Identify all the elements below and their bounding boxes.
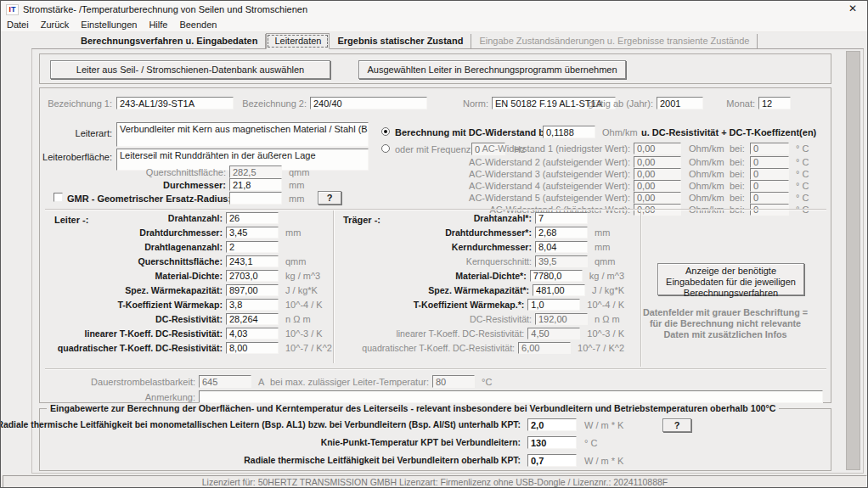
gueltig-ab-input[interactable] (657, 97, 703, 109)
leiter-row-label: Drahtanzahl: (47, 213, 223, 223)
traeger-row: Kernquerschnitt:qmm (335, 255, 624, 266)
leiter-row-input[interactable] (226, 212, 279, 224)
monat-input[interactable] (758, 97, 791, 109)
tab-transiente-zustaende[interactable]: Eingabe Zustandsänderungen u. Ergebnisse… (471, 34, 758, 48)
gmr-input[interactable] (229, 192, 282, 205)
ac-deg-1-unit: ° C (796, 143, 809, 154)
menu-item-beenden[interactable]: Beenden (173, 19, 223, 31)
leiter-row-label: Spez. Wärmekapazität: (47, 285, 223, 295)
menu-item-zurueck[interactable]: Zurück (35, 19, 76, 31)
apply-conductor-button[interactable]: Ausgewählten Leiter in Berechnungsprogra… (358, 60, 626, 79)
radial-leitfaehigkeit-oberhalb-input[interactable] (527, 454, 577, 467)
ac-widerstand-1-input[interactable] (634, 143, 681, 154)
ac-widerstand-5-input[interactable] (634, 192, 681, 204)
traeger-row-input[interactable] (527, 328, 580, 339)
menu-item-hilfe[interactable]: Hilfe (143, 19, 173, 31)
leiter-column: Drahtanzahl: Drahtdurchmesser:mm Drahtla… (47, 212, 335, 356)
ac-bei-3-input[interactable] (750, 168, 789, 180)
leiter-row-input[interactable] (226, 299, 279, 311)
max-leiter-temperatur-label: bei max. zulässiger Leiter-Temperatur: (269, 377, 429, 387)
ac-bei-5-label: bei: (730, 193, 745, 203)
leiter-row: DC-Resistivität:n Ω m (47, 313, 335, 324)
ac-bei-5-input[interactable] (750, 192, 789, 204)
traeger-row-input[interactable] (518, 342, 571, 354)
select-conductor-from-db-button[interactable]: Leiter aus Seil- / Stromschienen-Datenba… (50, 60, 330, 79)
ac-bei-1-input[interactable] (750, 143, 789, 154)
leiter-row-unit: qmm (285, 256, 306, 266)
dc-widerstand-radio[interactable] (381, 127, 390, 136)
divider (640, 210, 641, 367)
traeger-row-unit: n Ω m (595, 314, 620, 324)
bezeichnung1-label: Bezeichnung 1: (40, 98, 112, 109)
leiter-row-label: T-Koeffizient Wärmekap: (47, 300, 223, 310)
gmr-checkbox[interactable] (54, 193, 63, 202)
dc-widerstand-unit: Ohm/km (602, 127, 638, 137)
leiter-row-input[interactable] (226, 270, 279, 282)
close-icon[interactable]: ✕ (838, 1, 867, 18)
ac-widerstand-2-input[interactable] (634, 156, 681, 168)
leiter-row: Querschnittsfläche:qmm (47, 255, 335, 266)
traeger-row-label: Drahtdurchmesser*: (335, 227, 532, 238)
traeger-row-unit: J / kg*K (592, 285, 624, 295)
durchmesser-input[interactable] (229, 178, 282, 191)
ac-bei-6-input[interactable] (750, 204, 789, 216)
ac-bei-4-input[interactable] (750, 180, 789, 192)
leiter-row-input[interactable] (226, 255, 279, 267)
traeger-row-input[interactable] (535, 255, 588, 267)
traeger-row-input[interactable] (535, 212, 588, 224)
vertical-scrollbar[interactable] (846, 51, 860, 470)
ac-widerstand-4-input[interactable] (634, 180, 681, 192)
bezeichnung1-input[interactable] (116, 97, 234, 109)
durchmesser-label: Durchmesser: (40, 180, 226, 190)
traeger-row-input[interactable] (527, 299, 580, 311)
tabstrip: Berechnungsverfahren u. Eingabedaten Lei… (31, 34, 864, 49)
ac-deg-4-unit: ° C (796, 181, 809, 191)
querschnittsflaeche-input[interactable] (229, 165, 282, 178)
ac-widerstand-3-input[interactable] (634, 168, 681, 180)
menu-item-einstellungen[interactable]: Einstellungen (75, 19, 143, 31)
traeger-row-label: Material-Dichte*: (335, 271, 527, 281)
dc-widerstand-input[interactable] (543, 126, 595, 138)
traeger-row-label: linearer T-Koeff. DC-Resistivität: (335, 328, 524, 339)
leiter-row-input[interactable] (226, 342, 279, 354)
traeger-row-input[interactable] (530, 270, 583, 282)
divider (45, 368, 826, 369)
tab-ergebnis-statisch[interactable]: Ergebnis statischer Zustand (330, 34, 471, 48)
dauerstrombelastbarkeit-input[interactable] (199, 375, 251, 388)
tab-berechnungsverfahren[interactable]: Berechnungsverfahren u. Eingabedaten (73, 34, 266, 48)
traeger-row-input[interactable] (533, 284, 585, 296)
thermal-help-button[interactable]: ? (662, 418, 691, 432)
leiter-row-input[interactable] (226, 328, 279, 339)
max-leiter-temperatur-unit: °C (482, 377, 492, 387)
knie-punkt-temperatur-input[interactable] (527, 436, 577, 449)
querschnittsflaeche-label: Querschnittsfläche: (40, 167, 226, 177)
bezeichnung2-input[interactable] (310, 97, 427, 109)
traeger-row: T-Koeffizient Wärmekap.*:10^-4 / K (335, 299, 624, 310)
tab-leiterdaten[interactable]: Leiterdaten (266, 33, 330, 49)
leiter-row-input[interactable] (226, 313, 279, 325)
ac-widerstand-2-label: AC-Widerstand 2 (aufsteigender Wert): (469, 157, 630, 167)
show-required-inputs-button[interactable]: Anzeige der benötigte Eingabedaten für d… (657, 263, 804, 295)
traeger-row-input[interactable] (535, 241, 588, 253)
leiter-row-input[interactable] (226, 284, 279, 296)
durchmesser-unit: mm (289, 180, 304, 190)
leiter-row-label: Material-Dichte: (47, 271, 223, 281)
max-leiter-temperatur-input[interactable] (432, 375, 475, 388)
menu-item-datei[interactable]: Datei (1, 19, 35, 31)
radial-leitfaehigkeit-unterhalb-input[interactable] (527, 418, 577, 431)
leiterart-label: Leiterart: (40, 128, 112, 138)
ac-widerstand-4-unit: Ohm/km (689, 181, 724, 191)
leiter-row-label: quadratischer T-Koeff. DC-Resistivität: (47, 343, 223, 353)
leiter-row-input[interactable] (226, 241, 279, 253)
gmr-help-button[interactable]: ? (318, 191, 341, 205)
gray-fields-note: Datenfelder mit grauer Beschriftung = fü… (637, 307, 814, 340)
ac-bei-2-input[interactable] (750, 156, 789, 168)
traeger-row-input[interactable] (535, 313, 588, 325)
traeger-row-input[interactable] (535, 227, 588, 238)
ac-widerstand-6-unit: Ohm/km (689, 205, 724, 215)
leiter-row-input[interactable] (226, 227, 279, 238)
ac-deg-2-unit: ° C (796, 157, 809, 167)
radial-leitfaehigkeit-unterhalb-label: Radiale thermische Leitfähigkeit bei mon… (0, 420, 521, 429)
anmerkung-input[interactable] (199, 390, 823, 403)
traeger-column: Drahtanzahl*: Drahtdurchmesser*:mm Kernd… (335, 212, 624, 356)
